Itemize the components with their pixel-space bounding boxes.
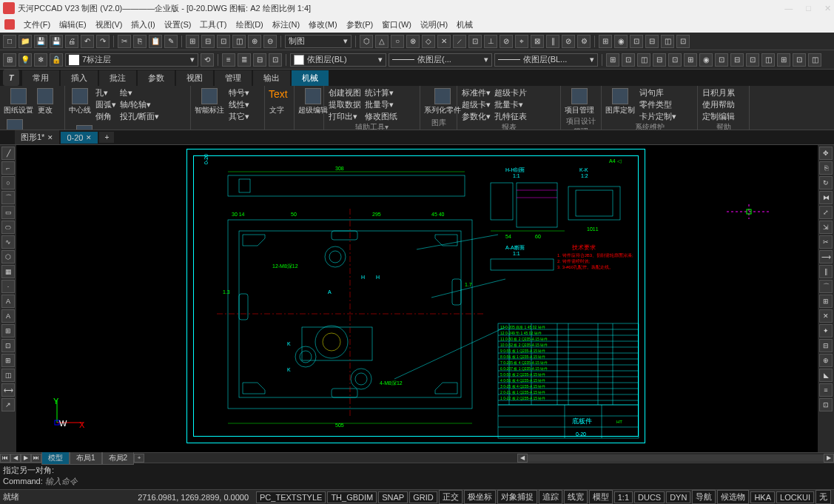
prop-f[interactable]: ⊞ — [684, 53, 697, 67]
menu-window[interactable]: 窗口(W) — [382, 19, 411, 30]
first-layout[interactable]: ⏮ — [0, 454, 10, 463]
layout-tab-model[interactable]: 模型 — [41, 451, 70, 465]
status-ortho[interactable]: 正交 — [439, 490, 463, 504]
status-nav[interactable]: 导航 — [692, 490, 716, 504]
parttype-button[interactable]: 零件类型 — [638, 99, 676, 110]
undo-button[interactable]: ↶ — [81, 35, 94, 48]
tool-f[interactable]: ⊖ — [263, 35, 277, 48]
align-tool[interactable]: ≡ — [819, 383, 833, 397]
snap-end[interactable]: ⬡ — [360, 35, 373, 48]
layout-tab-2[interactable]: 布局2 — [102, 451, 135, 465]
close-tab-icon[interactable]: ✕ — [47, 134, 53, 141]
menu-mech[interactable]: 机械 — [457, 19, 473, 30]
symbol-button[interactable]: 特号▾ — [227, 87, 249, 98]
pline-tool[interactable]: ⌐ — [1, 161, 15, 175]
prop-j[interactable]: ⊡ — [746, 53, 759, 67]
last-layout[interactable]: ⏭ — [31, 454, 41, 463]
serparts-button[interactable]: 系列化零件 — [423, 87, 462, 116]
status-osnap[interactable]: 对象捕捉 — [497, 490, 537, 504]
prop-n[interactable]: ◫ — [808, 53, 821, 67]
snap-node[interactable]: ⊗ — [406, 35, 420, 48]
layer-prev[interactable]: ⟲ — [201, 53, 214, 67]
chamfer-button[interactable]: 倒角 — [94, 111, 116, 122]
linetype-combo[interactable]: 依图层(...▾ — [389, 53, 492, 67]
tool-e[interactable]: ⊕ — [248, 35, 261, 48]
snap-none[interactable]: ⊘ — [562, 35, 575, 48]
spline-tool[interactable]: ∿ — [1, 235, 15, 249]
arc-tool[interactable]: ⌒ — [1, 191, 15, 204]
drawing-canvas[interactable]: Y X W A4 ◁ 0-20 308 — [16, 145, 834, 452]
status-lockui[interactable]: LOCKUI — [776, 491, 814, 503]
menu-settings[interactable]: 设置(S) — [164, 19, 192, 30]
ellipse-tool[interactable]: ⬭ — [1, 221, 15, 234]
print-button[interactable]: 🖨 — [65, 35, 78, 48]
stretch-tool[interactable]: ⇲ — [819, 221, 833, 234]
file-tab-0[interactable]: 图形1*✕ — [15, 130, 59, 144]
modify-del-button[interactable]: 修改/删除 — [68, 124, 101, 130]
change-button[interactable]: 更改 — [36, 87, 54, 116]
scroll-right[interactable]: ▶ — [824, 454, 834, 463]
stdparts-button[interactable]: 标准件▾ — [460, 87, 491, 98]
status-none[interactable]: 无 — [815, 490, 831, 504]
layer-btn-c[interactable]: ❄ — [34, 53, 47, 67]
snap-tan[interactable]: ⊘ — [500, 35, 513, 48]
layer-combo[interactable]: 7标注层▾ — [65, 53, 198, 67]
menu-param[interactable]: 参数(P) — [346, 19, 374, 30]
prop-e[interactable]: ⊡ — [668, 53, 682, 67]
menu-view[interactable]: 视图(V) — [95, 19, 123, 30]
nav-a[interactable]: ⊞ — [599, 35, 612, 48]
centerline-button[interactable]: 中心线 — [68, 87, 92, 116]
stat-button[interactable]: 统计算▾ — [363, 87, 397, 98]
color-combo[interactable]: 依图层(BL)▾ — [290, 53, 386, 67]
menu-draw[interactable]: 绘图(D) — [236, 19, 263, 30]
fillet-tool[interactable]: ⌒ — [819, 280, 833, 293]
menu-dim[interactable]: 标注(N) — [272, 19, 300, 30]
workspace-combo[interactable]: 制图▾ — [285, 35, 352, 48]
break-tool[interactable]: ⊟ — [819, 339, 833, 352]
prop-a[interactable]: ⊞ — [606, 53, 619, 67]
prop-m[interactable]: ⊡ — [793, 53, 806, 67]
snap-set[interactable]: ⚙ — [577, 35, 591, 48]
status-textstyle[interactable]: PC_TEXTSTYLE — [256, 491, 326, 503]
wordlib-button[interactable]: 词句库 — [638, 87, 676, 98]
paste-button[interactable]: 📋 — [149, 35, 162, 48]
extract-button[interactable]: 提取数据 — [327, 99, 361, 110]
offset-tool[interactable]: ∥ — [819, 265, 833, 278]
minimize-button[interactable]: — — [784, 4, 793, 13]
menu-help[interactable]: 说明(H) — [420, 19, 448, 30]
snap-perp[interactable]: ⊥ — [484, 35, 497, 48]
supercard2-button[interactable]: 超级卡片 — [493, 87, 527, 98]
prop-i[interactable]: ⊟ — [730, 53, 744, 67]
status-snap[interactable]: SNAP — [378, 491, 408, 503]
save-button[interactable]: 💾 — [34, 35, 47, 48]
menu-insert[interactable]: 插入(I) — [131, 19, 155, 30]
prop-l[interactable]: ⊞ — [777, 53, 790, 67]
menu-modify[interactable]: 修改(M) — [309, 19, 337, 30]
poly-tool[interactable]: ⬡ — [1, 250, 15, 263]
menu-edit[interactable]: 编辑(E) — [59, 19, 87, 30]
prop-d[interactable]: ⊟ — [653, 53, 666, 67]
other-button[interactable]: 其它▾ — [227, 111, 249, 122]
tool-d[interactable]: ◫ — [232, 35, 246, 48]
props-tool[interactable]: ⊡ — [819, 398, 833, 411]
close-tab-icon[interactable]: ✕ — [86, 134, 92, 141]
status-cand[interactable]: 候选物 — [717, 490, 749, 504]
sheet-setup-button[interactable]: 图纸设置 — [3, 87, 34, 116]
bom-button[interactable]: 明细表 — [3, 118, 27, 130]
snap-int[interactable]: ✕ — [437, 35, 451, 48]
ribbon-tab-annotate[interactable]: 批注 — [99, 70, 136, 86]
add-layout[interactable]: + — [134, 454, 144, 463]
param-button[interactable]: 参数化▾ — [460, 111, 491, 122]
next-layout[interactable]: ▶ — [21, 454, 31, 463]
hatch-tool[interactable]: ▦ — [1, 265, 15, 278]
mtext-tool[interactable]: A — [1, 309, 15, 323]
tool-a[interactable]: ⊞ — [186, 35, 199, 48]
status-scale[interactable]: 1:1 — [614, 491, 633, 503]
erase-tool[interactable]: ✕ — [819, 309, 833, 323]
scroll-left[interactable]: ◀ — [517, 454, 528, 463]
explode-tool[interactable]: ✦ — [819, 324, 833, 337]
point-tool[interactable]: · — [1, 280, 15, 293]
layer-btn-b[interactable]: 💡 — [19, 53, 32, 67]
shaft-button[interactable]: 轴/轮轴▾ — [118, 99, 159, 110]
printout-button[interactable]: 打印出▾ — [327, 111, 361, 122]
